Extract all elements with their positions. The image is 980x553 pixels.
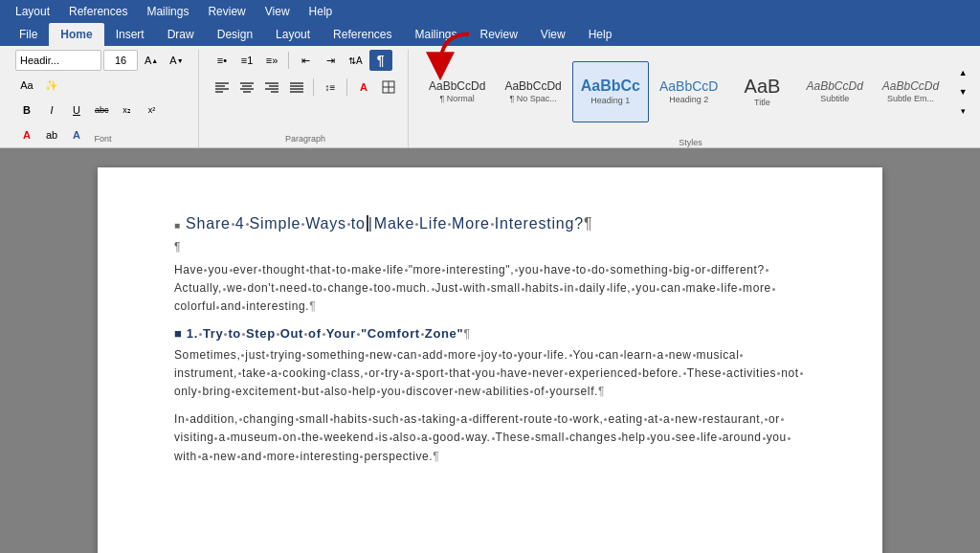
- menu-mailings[interactable]: Mailings: [139, 2, 196, 21]
- font-name-input[interactable]: [15, 50, 101, 71]
- tab-review[interactable]: Review: [469, 23, 529, 46]
- style-normal-preview: AaBbCcDd: [429, 80, 485, 92]
- styles-scroll-up[interactable]: ▲: [951, 64, 974, 81]
- align-center-button[interactable]: [235, 77, 258, 98]
- strikethrough-button[interactable]: abc: [90, 100, 114, 121]
- bullets-button[interactable]: ≡•: [211, 50, 234, 71]
- ribbon-tabs: File Home Insert Draw Design Layout Refe…: [0, 23, 980, 46]
- line-spacing-button[interactable]: ↕≡: [319, 77, 342, 98]
- style-subtitle-label: Subtitle: [820, 94, 849, 103]
- style-heading2-label: Heading 2: [669, 95, 708, 104]
- tab-file[interactable]: File: [8, 23, 49, 46]
- ribbon-content: A▲ A▼ Aa ✨ B I U abc x₂ x² A ab A Font ≡…: [0, 46, 980, 148]
- tab-layout[interactable]: Layout: [264, 23, 322, 46]
- style-heading2[interactable]: AaBbCcD Heading 2: [651, 61, 726, 122]
- section-1-paragraph-2: Inaddition,changingsmallhabitssuchastaki…: [174, 410, 806, 466]
- style-subtitle[interactable]: AaBbCcDd Subtitle: [797, 61, 871, 122]
- menu-bar: Layout References Mailings Review View H…: [0, 0, 980, 23]
- underline-button[interactable]: U: [65, 100, 88, 121]
- tab-view[interactable]: View: [529, 23, 577, 46]
- style-subtle-em-preview: AaBbCcDd: [882, 80, 939, 92]
- font-size-input[interactable]: [103, 50, 138, 71]
- style-title-label: Title: [754, 98, 770, 107]
- font-color-button[interactable]: A: [15, 124, 38, 145]
- document-paragraph-1: Haveyoueverthoughtthattomakelife"moreint…: [174, 261, 806, 317]
- italic-button[interactable]: I: [40, 100, 63, 121]
- tab-draw[interactable]: Draw: [156, 23, 206, 46]
- document-title: ■ Share4SimpleWaysto|MakeLifeMoreInteres…: [174, 215, 592, 232]
- tab-help[interactable]: Help: [577, 23, 624, 46]
- style-subtle-em[interactable]: AaBbCcDd Subtle Em...: [874, 61, 947, 122]
- highlight-button[interactable]: ab: [40, 124, 63, 145]
- styles-group: AaBbCcDd ¶ Normal AaBbCcDd ¶ No Spac... …: [412, 50, 969, 147]
- styles-scroll-down[interactable]: ▼: [951, 83, 974, 100]
- section-1-title: ■ 1.TrytoStepOutofYour"ComfortZone"¶: [174, 326, 806, 341]
- style-heading1-preview: AaBbCc: [581, 78, 640, 94]
- styles-group-label: Styles: [420, 138, 961, 147]
- paragraph-group-label: Paragraph: [285, 134, 325, 144]
- align-left-button[interactable]: [211, 77, 234, 98]
- font-group: A▲ A▼ Aa ✨ B I U abc x₂ x² A ab A Font: [8, 50, 199, 147]
- menu-layout[interactable]: Layout: [8, 2, 57, 21]
- empty-line-pilcrow: ¶: [174, 240, 806, 254]
- clear-formatting-button[interactable]: ✨: [40, 75, 63, 96]
- tab-home[interactable]: Home: [49, 23, 103, 46]
- style-heading1-label: Heading 1: [590, 96, 630, 105]
- grow-font-button[interactable]: A▲: [140, 50, 163, 71]
- paragraph-group: ≡• ≡1 ≡» ⇤ ⇥ ⇅A ¶ ↕≡ A: [203, 50, 409, 147]
- menu-references[interactable]: References: [61, 2, 135, 21]
- document-page: ■ Share4SimpleWaysto|MakeLifeMoreInteres…: [98, 167, 882, 553]
- shading-button[interactable]: A: [352, 77, 375, 98]
- style-nospace[interactable]: AaBbCcDd ¶ No Spac...: [496, 61, 569, 122]
- style-nospace-label: ¶ No Spac...: [509, 94, 556, 103]
- style-title-preview: AaB: [745, 77, 781, 96]
- subscript-button[interactable]: x₂: [116, 100, 139, 121]
- sort-button[interactable]: ⇅A: [344, 50, 368, 71]
- menu-help[interactable]: Help: [301, 2, 341, 21]
- borders-button[interactable]: [377, 77, 400, 98]
- style-nospace-preview: AaBbCcDd: [504, 80, 561, 92]
- change-case-button[interactable]: Aa: [15, 75, 38, 96]
- multilevel-button[interactable]: ≡»: [260, 50, 283, 71]
- style-heading2-preview: AaBbCcD: [659, 79, 718, 93]
- bold-button[interactable]: B: [15, 100, 38, 121]
- style-normal-label: ¶ Normal: [440, 94, 475, 103]
- menu-view[interactable]: View: [257, 2, 298, 21]
- menu-review[interactable]: Review: [200, 2, 253, 21]
- tab-references[interactable]: References: [322, 23, 403, 46]
- tab-insert[interactable]: Insert: [104, 23, 156, 46]
- decrease-indent-button[interactable]: ⇤: [294, 50, 317, 71]
- style-subtitle-preview: AaBbCcDd: [806, 80, 862, 92]
- font-group-label: Font: [94, 134, 111, 144]
- increase-indent-button[interactable]: ⇥: [319, 50, 342, 71]
- numbering-button[interactable]: ≡1: [235, 50, 258, 71]
- text-effect-button[interactable]: A: [65, 124, 88, 145]
- section-1-paragraph-1: Sometimes,justtryingsomethingnewcanaddmo…: [174, 346, 806, 402]
- style-normal[interactable]: AaBbCcDd ¶ Normal: [420, 61, 494, 122]
- styles-more[interactable]: ▾: [951, 102, 974, 120]
- style-heading1[interactable]: AaBbCc Heading 1: [572, 61, 649, 122]
- tab-design[interactable]: Design: [206, 23, 264, 46]
- justify-button[interactable]: [285, 77, 308, 98]
- shrink-font-button[interactable]: A▼: [165, 50, 188, 71]
- style-title[interactable]: AaB Title: [728, 61, 795, 122]
- show-formatting-button[interactable]: ¶: [369, 50, 392, 71]
- style-subtle-em-label: Subtle Em...: [887, 94, 934, 103]
- tab-mailings[interactable]: Mailings: [403, 23, 468, 46]
- document-area: ■ Share4SimpleWaysto|MakeLifeMoreInteres…: [0, 148, 980, 553]
- align-right-button[interactable]: [260, 77, 283, 98]
- superscript-button[interactable]: x²: [141, 100, 164, 121]
